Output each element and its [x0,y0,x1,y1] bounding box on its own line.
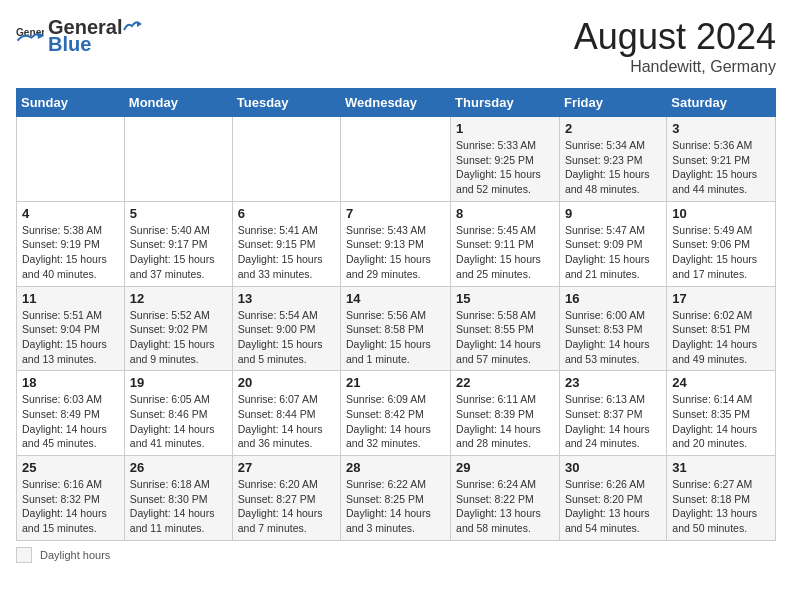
location-subtitle: Handewitt, Germany [574,58,776,76]
day-number: 13 [238,291,335,306]
day-number: 2 [565,121,661,136]
table-row: 9Sunrise: 5:47 AM Sunset: 9:09 PM Daylig… [559,201,666,286]
day-info: Sunrise: 6:05 AM Sunset: 8:46 PM Dayligh… [130,392,227,451]
table-row: 23Sunrise: 6:13 AM Sunset: 8:37 PM Dayli… [559,371,666,456]
day-info: Sunrise: 5:36 AM Sunset: 9:21 PM Dayligh… [672,138,770,197]
calendar-header-friday: Friday [559,89,666,117]
table-row: 26Sunrise: 6:18 AM Sunset: 8:30 PM Dayli… [124,456,232,541]
table-row: 25Sunrise: 6:16 AM Sunset: 8:32 PM Dayli… [17,456,125,541]
day-info: Sunrise: 6:14 AM Sunset: 8:35 PM Dayligh… [672,392,770,451]
day-number: 19 [130,375,227,390]
table-row [124,117,232,202]
calendar-header-sunday: Sunday [17,89,125,117]
day-info: Sunrise: 6:13 AM Sunset: 8:37 PM Dayligh… [565,392,661,451]
day-info: Sunrise: 6:11 AM Sunset: 8:39 PM Dayligh… [456,392,554,451]
day-number: 17 [672,291,770,306]
day-info: Sunrise: 6:03 AM Sunset: 8:49 PM Dayligh… [22,392,119,451]
table-row: 28Sunrise: 6:22 AM Sunset: 8:25 PM Dayli… [341,456,451,541]
table-row: 11Sunrise: 5:51 AM Sunset: 9:04 PM Dayli… [17,286,125,371]
day-number: 30 [565,460,661,475]
day-number: 20 [238,375,335,390]
day-number: 24 [672,375,770,390]
day-info: Sunrise: 5:38 AM Sunset: 9:19 PM Dayligh… [22,223,119,282]
day-info: Sunrise: 5:33 AM Sunset: 9:25 PM Dayligh… [456,138,554,197]
day-number: 26 [130,460,227,475]
svg-marker-2 [137,21,142,27]
day-info: Sunrise: 6:27 AM Sunset: 8:18 PM Dayligh… [672,477,770,536]
logo-icon: General [16,25,44,47]
calendar-header-thursday: Thursday [451,89,560,117]
day-number: 11 [22,291,119,306]
table-row: 2Sunrise: 5:34 AM Sunset: 9:23 PM Daylig… [559,117,666,202]
table-row: 19Sunrise: 6:05 AM Sunset: 8:46 PM Dayli… [124,371,232,456]
month-year-title: August 2024 [574,16,776,58]
day-info: Sunrise: 5:34 AM Sunset: 9:23 PM Dayligh… [565,138,661,197]
table-row: 27Sunrise: 6:20 AM Sunset: 8:27 PM Dayli… [232,456,340,541]
daylight-label: Daylight hours [40,549,110,561]
calendar-table: SundayMondayTuesdayWednesdayThursdayFrid… [16,88,776,541]
calendar-week-row: 11Sunrise: 5:51 AM Sunset: 9:04 PM Dayli… [17,286,776,371]
table-row: 17Sunrise: 6:02 AM Sunset: 8:51 PM Dayli… [667,286,776,371]
day-number: 9 [565,206,661,221]
header: General General Blue August 2024 Handewi… [16,16,776,76]
day-number: 12 [130,291,227,306]
day-number: 7 [346,206,445,221]
day-info: Sunrise: 5:52 AM Sunset: 9:02 PM Dayligh… [130,308,227,367]
table-row: 29Sunrise: 6:24 AM Sunset: 8:22 PM Dayli… [451,456,560,541]
day-number: 5 [130,206,227,221]
day-info: Sunrise: 5:40 AM Sunset: 9:17 PM Dayligh… [130,223,227,282]
day-number: 29 [456,460,554,475]
table-row: 4Sunrise: 5:38 AM Sunset: 9:19 PM Daylig… [17,201,125,286]
day-info: Sunrise: 5:56 AM Sunset: 8:58 PM Dayligh… [346,308,445,367]
day-number: 4 [22,206,119,221]
calendar-week-row: 18Sunrise: 6:03 AM Sunset: 8:49 PM Dayli… [17,371,776,456]
day-info: Sunrise: 6:09 AM Sunset: 8:42 PM Dayligh… [346,392,445,451]
day-number: 28 [346,460,445,475]
table-row: 7Sunrise: 5:43 AM Sunset: 9:13 PM Daylig… [341,201,451,286]
day-info: Sunrise: 5:51 AM Sunset: 9:04 PM Dayligh… [22,308,119,367]
table-row: 31Sunrise: 6:27 AM Sunset: 8:18 PM Dayli… [667,456,776,541]
table-row [232,117,340,202]
calendar-week-row: 4Sunrise: 5:38 AM Sunset: 9:19 PM Daylig… [17,201,776,286]
logo: General General Blue [16,16,142,56]
day-info: Sunrise: 5:54 AM Sunset: 9:00 PM Dayligh… [238,308,335,367]
day-number: 8 [456,206,554,221]
logo-wave-icon [122,16,142,34]
day-number: 1 [456,121,554,136]
calendar-header-saturday: Saturday [667,89,776,117]
day-info: Sunrise: 5:47 AM Sunset: 9:09 PM Dayligh… [565,223,661,282]
day-info: Sunrise: 6:07 AM Sunset: 8:44 PM Dayligh… [238,392,335,451]
day-number: 27 [238,460,335,475]
day-info: Sunrise: 6:00 AM Sunset: 8:53 PM Dayligh… [565,308,661,367]
table-row: 12Sunrise: 5:52 AM Sunset: 9:02 PM Dayli… [124,286,232,371]
table-row: 24Sunrise: 6:14 AM Sunset: 8:35 PM Dayli… [667,371,776,456]
table-row [17,117,125,202]
day-number: 10 [672,206,770,221]
table-row: 16Sunrise: 6:00 AM Sunset: 8:53 PM Dayli… [559,286,666,371]
day-number: 16 [565,291,661,306]
footer-note: Daylight hours [16,547,776,563]
table-row: 13Sunrise: 5:54 AM Sunset: 9:00 PM Dayli… [232,286,340,371]
day-info: Sunrise: 6:16 AM Sunset: 8:32 PM Dayligh… [22,477,119,536]
day-number: 21 [346,375,445,390]
day-number: 14 [346,291,445,306]
title-area: August 2024 Handewitt, Germany [574,16,776,76]
day-info: Sunrise: 6:02 AM Sunset: 8:51 PM Dayligh… [672,308,770,367]
day-info: Sunrise: 5:43 AM Sunset: 9:13 PM Dayligh… [346,223,445,282]
day-number: 15 [456,291,554,306]
day-number: 3 [672,121,770,136]
table-row: 21Sunrise: 6:09 AM Sunset: 8:42 PM Dayli… [341,371,451,456]
calendar-header-row: SundayMondayTuesdayWednesdayThursdayFrid… [17,89,776,117]
table-row: 5Sunrise: 5:40 AM Sunset: 9:17 PM Daylig… [124,201,232,286]
day-info: Sunrise: 5:41 AM Sunset: 9:15 PM Dayligh… [238,223,335,282]
table-row: 1Sunrise: 5:33 AM Sunset: 9:25 PM Daylig… [451,117,560,202]
table-row: 20Sunrise: 6:07 AM Sunset: 8:44 PM Dayli… [232,371,340,456]
calendar-header-wednesday: Wednesday [341,89,451,117]
table-row: 6Sunrise: 5:41 AM Sunset: 9:15 PM Daylig… [232,201,340,286]
day-info: Sunrise: 5:49 AM Sunset: 9:06 PM Dayligh… [672,223,770,282]
day-info: Sunrise: 5:58 AM Sunset: 8:55 PM Dayligh… [456,308,554,367]
day-info: Sunrise: 6:26 AM Sunset: 8:20 PM Dayligh… [565,477,661,536]
day-number: 22 [456,375,554,390]
daylight-box-icon [16,547,32,563]
table-row: 8Sunrise: 5:45 AM Sunset: 9:11 PM Daylig… [451,201,560,286]
